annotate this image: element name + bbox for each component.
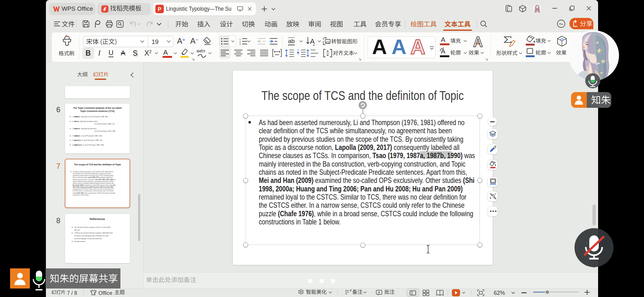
svg-text:A: A (372, 36, 387, 58)
svg-text:A: A (391, 36, 407, 58)
svg-text:A: A (410, 36, 425, 58)
svg-text:P: P (158, 6, 161, 12)
svg-text:3: 3 (239, 43, 241, 45)
svg-text:A: A (310, 37, 315, 45)
